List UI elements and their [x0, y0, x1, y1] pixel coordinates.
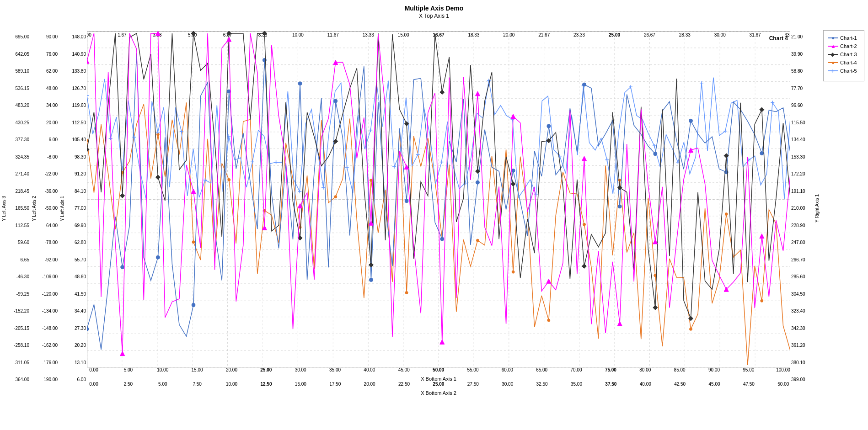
svg-point-165: [760, 151, 764, 155]
svg-point-152: [298, 82, 302, 85]
svg-point-85: [761, 299, 763, 302]
legend-item-chart3: ◆ Chart-3: [828, 52, 859, 57]
legend-label-chart2: Chart-2: [840, 43, 857, 49]
svg-point-75: [405, 292, 408, 294]
legend-label-chart3: Chart-3: [840, 52, 857, 57]
legend-item-chart4: ● Chart-4: [828, 60, 859, 65]
svg-point-78: [512, 271, 514, 273]
svg-point-79: [547, 319, 550, 322]
svg-point-162: [654, 152, 657, 156]
legend-item-chart2: ▲ Chart-2: [828, 43, 859, 49]
svg-point-157: [476, 180, 479, 184]
y-left-axis1-label: Y Left Axis 1: [59, 21, 66, 396]
svg-point-74: [370, 179, 372, 182]
x-bottom-axis1-row: 0.005.0010.0015.0020.0025.0030.0035.0040…: [87, 367, 790, 376]
svg-point-158: [511, 169, 515, 172]
svg-point-156: [440, 237, 444, 241]
svg-text:31.67: 31.67: [750, 32, 761, 37]
y-right-axis1-label: Y Right Axis 1: [813, 21, 820, 396]
svg-text:20.00: 20.00: [503, 32, 514, 37]
svg-point-153: [334, 99, 338, 103]
x-bottom-axis1-label: X Bottom Axis 1: [87, 376, 790, 382]
svg-text:23.33: 23.33: [573, 32, 585, 37]
x-bottom-axis2-label: X Bottom Axis 2: [87, 390, 790, 396]
legend-label-chart4: Chart-4: [840, 60, 857, 65]
legend: ● Chart-1 ▲ Chart-2 ◆ Chart-3 ● C: [823, 30, 864, 81]
legend-item-chart5: + Chart-5: [828, 68, 859, 74]
svg-text:18.33: 18.33: [468, 32, 479, 37]
chart-container: Multiple Axis Demo X Top Axis 1 Y Left A…: [0, 0, 868, 430]
svg-point-148: [156, 255, 160, 259]
legend-label-chart1: Chart-1: [840, 35, 857, 41]
svg-point-149: [192, 303, 195, 307]
svg-text:11.67: 11.67: [327, 32, 339, 37]
svg-point-70: [228, 179, 230, 181]
svg-point-80: [583, 223, 585, 226]
y-right-axis1-ticks: 21.0039.9058.8077.7096.60115.50134.40153…: [790, 21, 813, 396]
y-left-axis2-ticks: 90.0076.0062.0048.0034.0020.006.00-8.00-…: [38, 21, 59, 396]
svg-point-73: [334, 196, 337, 198]
svg-text:1.67: 1.67: [118, 32, 127, 37]
svg-text:13.33: 13.33: [363, 32, 374, 37]
svg-text:Chart 4: Chart 4: [769, 35, 788, 42]
svg-text:26.67: 26.67: [644, 32, 655, 37]
svg-text:28.33: 28.33: [679, 32, 691, 37]
svg-point-84: [725, 213, 728, 216]
svg-point-66: [87, 139, 88, 142]
svg-point-83: [690, 328, 692, 330]
svg-point-159: [547, 124, 551, 128]
y-left-axis1-ticks: 148.00140.90133.80126.70119.60112.50105.…: [66, 21, 87, 396]
svg-text:25.00: 25.00: [609, 32, 620, 37]
chart-title: Multiple Axis Demo: [0, 5, 868, 12]
svg-point-69: [192, 241, 195, 244]
svg-text:30.00: 30.00: [714, 32, 726, 37]
legend-label-chart5: Chart-5: [840, 68, 857, 74]
svg-text:21.67: 21.67: [538, 32, 550, 37]
plot-svg: 0.001.673.335.006.678.3310.0011.6713.331…: [87, 31, 790, 367]
svg-point-147: [121, 265, 124, 269]
svg-point-154: [369, 278, 373, 281]
y-left-axis3-label: Y Left Axis 3: [0, 21, 7, 396]
svg-point-160: [582, 83, 586, 86]
svg-text:15.00: 15.00: [398, 32, 409, 37]
svg-point-161: [618, 205, 622, 208]
svg-text:0.00: 0.00: [87, 32, 91, 37]
svg-point-163: [689, 119, 693, 122]
legend-item-chart1: ● Chart-1: [828, 35, 859, 41]
svg-text:10.00: 10.00: [292, 32, 304, 37]
x-bottom-axis2-row: 0.002.505.007.5010.0012.5015.0017.5020.0…: [87, 382, 790, 390]
x-top-axis-ticks: [87, 21, 790, 31]
y-left-axis2-label: Y Left Axis 2: [30, 21, 38, 396]
svg-point-146: [87, 327, 89, 331]
chart-subtitle: X Top Axis 1: [0, 13, 868, 19]
y-left-axis3-ticks: 695.00642.05589.10536.15483.20430.25377.…: [7, 21, 30, 396]
svg-point-77: [476, 239, 479, 242]
plot-area: 0.001.673.335.006.678.3310.0011.6713.331…: [87, 31, 790, 367]
svg-point-155: [405, 199, 408, 203]
